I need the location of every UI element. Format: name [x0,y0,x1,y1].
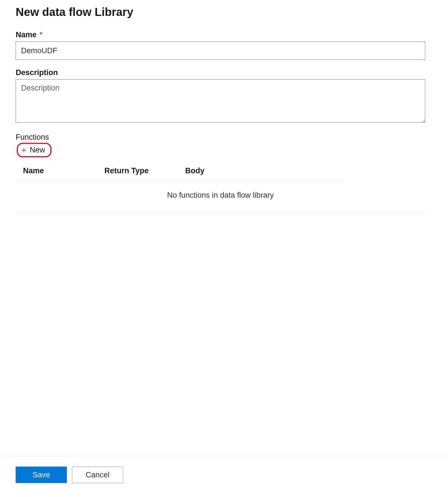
table-bottom-divider [16,212,425,213]
name-field-group: Name * [16,30,432,60]
description-label: Description [16,68,58,77]
column-header-body: Body [185,166,344,175]
name-input[interactable] [16,42,425,60]
functions-section-label: Functions [16,133,432,142]
plus-icon: + [21,146,26,154]
save-button[interactable]: Save [16,467,67,483]
page-title: New data flow Library [16,6,432,18]
new-function-button[interactable]: + New [20,145,47,155]
column-header-name: Name [23,166,104,175]
name-label: Name [16,30,37,39]
footer-divider [0,456,448,456]
table-header-row: Name Return Type Body [16,164,344,181]
functions-table: Name Return Type Body [16,164,344,181]
cancel-button[interactable]: Cancel [72,467,123,483]
description-textarea[interactable] [16,79,425,123]
column-header-return-type: Return Type [104,166,185,175]
empty-table-message: No functions in data flow library [16,181,425,212]
footer-actions: Save Cancel [16,467,123,483]
new-button-highlight: + New [17,143,51,157]
required-indicator: * [40,30,43,39]
new-button-label: New [30,146,45,154]
description-field-group: Description [16,68,432,124]
